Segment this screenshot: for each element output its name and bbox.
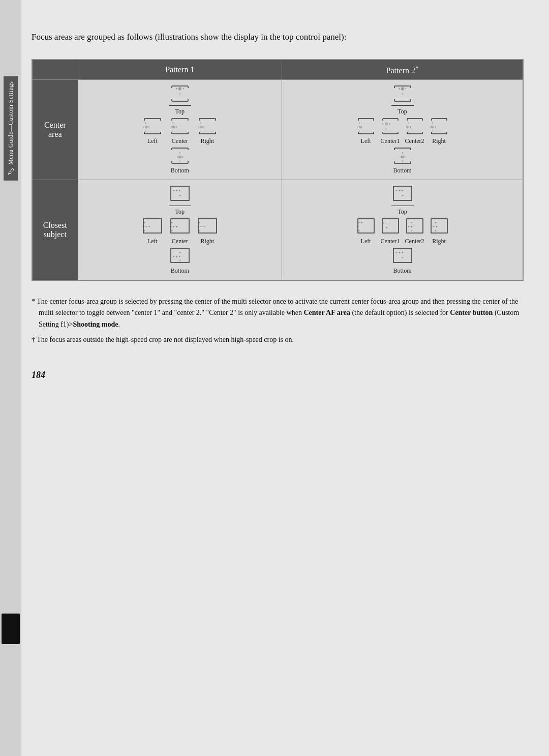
right-label-p2: Right (432, 137, 446, 145)
svg-text:+ + +: + + + (173, 189, 180, 193)
svg-text:+: + (435, 229, 437, 233)
svg-text:+: + (402, 256, 404, 260)
main-content: Focus areas are grouped as follows (illu… (21, 0, 549, 756)
col-header-pattern1: Pattern 1 (78, 60, 282, 80)
top-item-p1: + ⊞ + + Top (169, 85, 191, 115)
top-cs-label-p1: Top (175, 208, 185, 216)
left-label-p2: Left (361, 137, 371, 145)
svg-text:+⊞+: +⊞+ (170, 125, 177, 129)
table-row-center: Centerarea (32, 79, 523, 180)
svg-text:+: + (432, 129, 434, 133)
pattern1-center: + ⊞ + + Top (78, 79, 282, 180)
footnote-dagger: † The focus areas outside the high-speed… (32, 334, 524, 345)
svg-text:+: + (172, 121, 174, 125)
right-label-p1: Right (201, 137, 215, 145)
svg-text:+: + (410, 229, 412, 233)
center-item-p1: + +⊞+ + Center (169, 118, 191, 145)
left-focus-box-p2: + +⊞ + (356, 118, 376, 136)
svg-text:+: + (199, 129, 201, 133)
left-focus-box-p1: + +⊞+ + (141, 118, 164, 136)
intro-paragraph: Focus areas are grouped as follows (illu… (32, 31, 524, 44)
center2-focus-box-p2: + ⊞ + + (405, 118, 424, 136)
center2-item-p2: + ⊞ + + Center2 (405, 118, 424, 145)
svg-text:+: + (385, 127, 387, 131)
bottom-cs-box-p2: + + + + (391, 247, 414, 266)
svg-text:+ ⊞ +: + ⊞ + (398, 87, 407, 91)
top-label-p1: Top (175, 108, 185, 115)
bottom-cs-label-p2: Bottom (393, 267, 412, 275)
svg-text:+: + (357, 225, 359, 229)
svg-text:⊞ +: ⊞ + (406, 125, 412, 129)
left-cs-box-p2: + + + + (356, 218, 376, 236)
svg-text:+⊞+: +⊞+ (399, 155, 406, 159)
center-cs-box-p1: + + + + + (169, 218, 191, 236)
left-cs-label-p1: Left (147, 238, 158, 245)
row-label-center: Centerarea (32, 79, 78, 180)
svg-text:+: + (402, 92, 404, 96)
svg-text:+⊞: +⊞ (357, 125, 362, 129)
bottom-cs-p2: + + + + Bottom (391, 247, 414, 275)
right-cs-label-p2: Right (432, 238, 446, 245)
footnote-star: * The center focus-area group is selecte… (32, 296, 524, 330)
svg-text:+: + (198, 229, 200, 233)
svg-text:+: + (407, 129, 409, 133)
middle-cs-p1: + + + + + Left + (141, 218, 219, 245)
bottom-cs-box-p1: + + + + + (169, 247, 191, 266)
right-cs-label-p1: Right (201, 238, 215, 245)
center-label-p1: Center (172, 137, 188, 145)
svg-text:+: + (358, 129, 360, 133)
center1-focus-box-p2: + ⊞ + + (381, 118, 400, 136)
left-cs-box-p1: + + + + + (141, 218, 164, 236)
center2-label-p2: Center2 (405, 137, 424, 145)
bottom-focus-box-p2c: + +⊞+ + (391, 147, 414, 165)
left-cs-label-p2: Left (361, 238, 371, 245)
center1-cs-box-p2: + + + + (381, 218, 400, 236)
focus-table: Pattern 1 Pattern 2* Centerarea (32, 59, 524, 281)
center1-label-p2: Center1 (381, 137, 400, 145)
sidebar-black-block (2, 614, 20, 644)
sidebar-label: Menu Guide—Custom Settings (7, 81, 15, 165)
right-item-p2: + ⊞ + + Right (430, 118, 449, 145)
svg-text:+: + (358, 121, 360, 125)
center1-item-p2: + ⊞ + + Center1 (381, 118, 400, 145)
svg-text:+ ⊞ +: + ⊞ + (175, 87, 184, 91)
svg-text:+: + (144, 121, 146, 125)
right-cs-box-p2: + + + + (430, 218, 449, 236)
svg-text:+: + (179, 259, 181, 263)
row-label-closest: Closestsubject (32, 180, 78, 280)
svg-text:+ + +: + + + (170, 225, 177, 229)
right-cs-p2: + + + + Right (430, 218, 449, 245)
svg-text:+ + +: + + + (395, 189, 403, 193)
svg-text:+: + (402, 151, 404, 155)
right-focus-box-p1: + +⊞+ + (196, 118, 219, 136)
svg-text:+ + +: + + + (395, 251, 403, 255)
svg-text:+: + (402, 159, 404, 163)
svg-text:+: + (179, 159, 181, 163)
center1-cs-p2: + + + + Center1 (381, 218, 400, 245)
pattern2-closest: + + + + Top + + (282, 180, 523, 280)
top-cs-box-p2: + + + + (391, 185, 414, 203)
right-cs-box-p1: + + + + + (196, 218, 219, 236)
center2-cs-box-p2: + + + + (405, 218, 424, 236)
top-cs-p1: + + + + Top (169, 185, 191, 216)
pattern2-center: + ⊞ + + Top (282, 79, 523, 180)
sidebar-tab[interactable]: 🖊 Menu Guide—Custom Settings (4, 76, 18, 181)
left-item-p1: + +⊞+ + Left (141, 118, 164, 145)
svg-text:+: + (410, 221, 412, 225)
svg-text:⊞ +: ⊞ + (431, 125, 437, 129)
top-focus-box-p1: + ⊞ + + (169, 85, 191, 103)
right-focus-box-p2: + ⊞ + + (430, 118, 449, 136)
svg-text:+ + +: + + + (142, 225, 150, 229)
col-header-empty (32, 60, 78, 80)
bottom-cs-p1: + + + + + Bottom (169, 247, 191, 275)
bottom-cs-label-p1: Bottom (171, 267, 189, 275)
svg-text:+ +: + + (408, 225, 413, 229)
svg-text:+: + (179, 92, 181, 96)
svg-text:+: + (386, 226, 388, 230)
svg-text:+: + (402, 194, 404, 198)
svg-text:+ +: + + (358, 221, 363, 225)
svg-text:+: + (198, 221, 200, 225)
footnotes: * The center focus-area group is selecte… (32, 296, 524, 350)
svg-text:+: + (199, 121, 201, 125)
right-item-p1: + +⊞+ + Right (196, 118, 219, 145)
